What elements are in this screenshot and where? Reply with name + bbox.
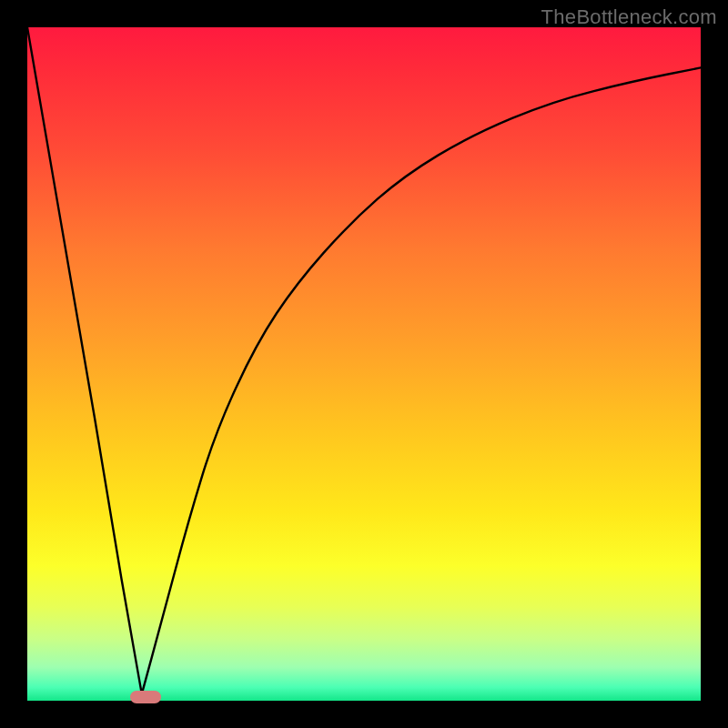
plot-area xyxy=(27,27,701,701)
optimum-marker xyxy=(130,691,161,703)
chart-frame: TheBottleneck.com xyxy=(0,0,728,728)
bottleneck-curve xyxy=(27,27,701,701)
watermark-text: TheBottleneck.com xyxy=(541,5,717,29)
